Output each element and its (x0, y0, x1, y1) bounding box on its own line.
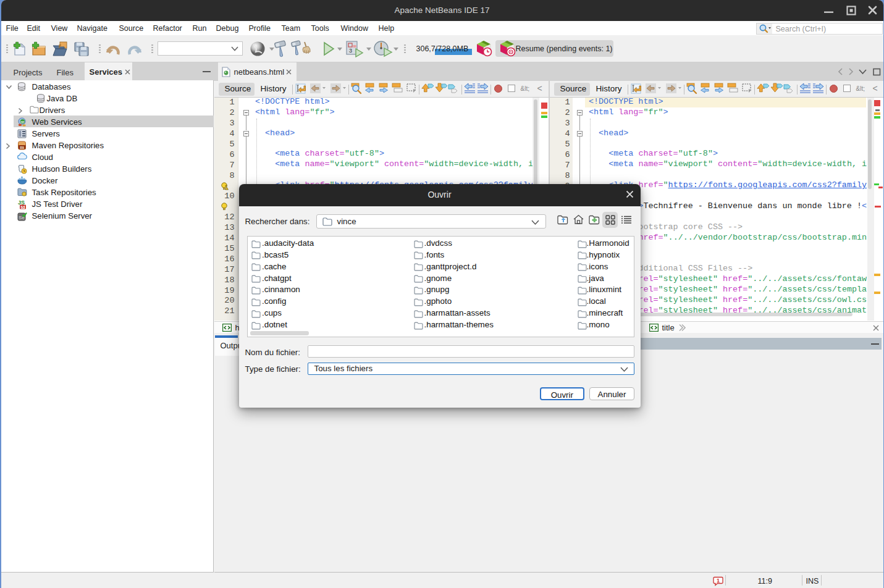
svg-text:1: 1 (716, 577, 719, 583)
svg-text:td: td (20, 204, 25, 209)
svg-text:3: 3 (349, 48, 352, 54)
svg-text:m: m (20, 144, 24, 149)
